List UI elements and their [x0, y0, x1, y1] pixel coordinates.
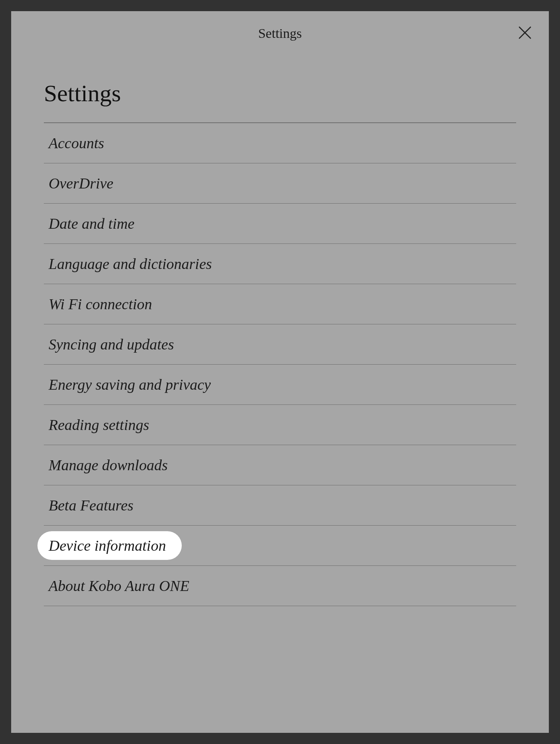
menu-label: Beta Features — [49, 497, 134, 514]
menu-label: Energy saving and privacy — [49, 376, 211, 393]
menu-item-about[interactable]: About Kobo Aura ONE — [44, 566, 516, 606]
menu-item-overdrive[interactable]: OverDrive — [44, 163, 516, 204]
menu-item-beta[interactable]: Beta Features — [44, 485, 516, 526]
menu-item-device-info[interactable]: Device information — [44, 526, 516, 566]
menu-label: Manage downloads — [49, 456, 168, 474]
settings-content: Settings Accounts OverDrive Date and tim… — [11, 56, 549, 606]
settings-menu: Accounts OverDrive Date and time Languag… — [44, 123, 516, 606]
menu-label: Language and dictionaries — [49, 255, 212, 273]
menu-label: Syncing and updates — [49, 336, 174, 353]
settings-panel: Settings Settings Accounts OverDrive Dat… — [11, 11, 549, 733]
menu-item-reading[interactable]: Reading settings — [44, 405, 516, 445]
close-button[interactable] — [515, 23, 535, 44]
menu-item-downloads[interactable]: Manage downloads — [44, 445, 516, 485]
menu-label: Date and time — [49, 215, 134, 232]
menu-item-accounts[interactable]: Accounts — [44, 123, 516, 163]
menu-label: Reading settings — [49, 416, 149, 434]
dialog-title: Settings — [258, 26, 302, 41]
menu-item-date-time[interactable]: Date and time — [44, 204, 516, 244]
menu-label: Wi Fi connection — [49, 295, 152, 313]
close-icon — [517, 24, 533, 43]
menu-item-wifi[interactable]: Wi Fi connection — [44, 284, 516, 324]
menu-label: OverDrive — [49, 175, 113, 192]
menu-label: About Kobo Aura ONE — [49, 577, 189, 595]
menu-label: Accounts — [49, 134, 104, 152]
menu-item-energy[interactable]: Energy saving and privacy — [44, 365, 516, 405]
page-heading: Settings — [44, 80, 516, 123]
menu-label: Device information — [37, 531, 182, 560]
menu-item-language[interactable]: Language and dictionaries — [44, 244, 516, 284]
title-bar: Settings — [11, 11, 549, 56]
menu-item-syncing[interactable]: Syncing and updates — [44, 324, 516, 365]
